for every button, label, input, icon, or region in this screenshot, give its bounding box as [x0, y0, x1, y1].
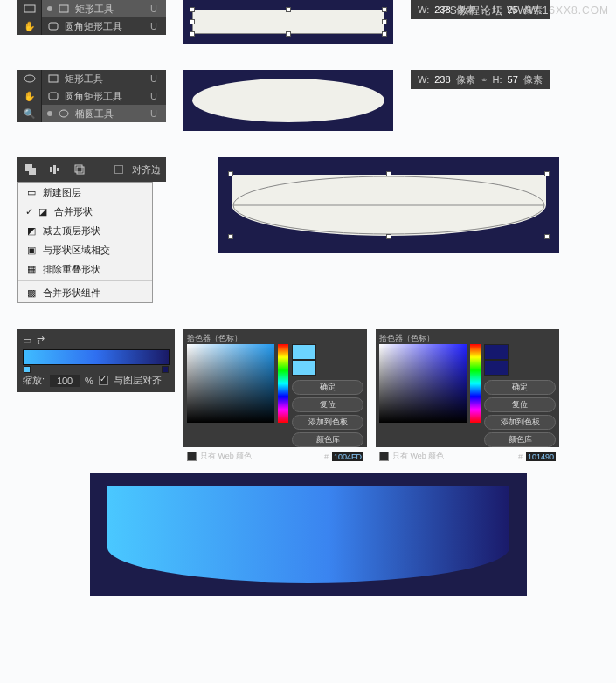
- tool-rectangle[interactable]: 矩形工具 U: [42, 0, 166, 17]
- pathops-menu: ▭ 新建图层 ◪ 合并形状 ◩ 减去顶层形状 ▣ 与形状区域相交 ▦ 排除重叠形…: [17, 182, 153, 303]
- svg-rect-13: [77, 167, 84, 174]
- color-picker-right: 拾色器（色标） 确定 复位 添加到色板 颜色库 只有 Web 颜色 #10149…: [376, 329, 559, 447]
- align-layer-checkbox[interactable]: [99, 376, 108, 385]
- swatch-old: [292, 360, 316, 376]
- web-only-label: 只有 Web 颜色: [392, 451, 444, 462]
- svg-rect-9: [50, 167, 52, 172]
- menu-label: 与形状区域相交: [43, 244, 110, 257]
- tool-shortcut: U: [150, 91, 161, 101]
- hex-value[interactable]: 101490: [526, 452, 556, 461]
- picker-field[interactable]: [379, 344, 467, 423]
- gradient-panel: ▭ ⇄ 缩放: 100 % 与图层对齐: [17, 329, 175, 392]
- gradient-stop-left[interactable]: [24, 366, 31, 373]
- web-only-checkbox[interactable]: [187, 452, 197, 461]
- scale-unit: %: [85, 376, 93, 386]
- tool-label: 圆角矩形工具: [65, 20, 122, 33]
- tool-shortcut: U: [150, 3, 161, 14]
- gradient-type-icon[interactable]: ▭: [23, 335, 31, 346]
- tool-shortcut: U: [150, 108, 161, 119]
- tool-rounded-rect[interactable]: 圆角矩形工具 U: [42, 87, 166, 105]
- rect-tool-icon[interactable]: [17, 0, 41, 17]
- size-readout-2: W: 238 像素 ⚭ H: 57 像素: [411, 70, 550, 89]
- arrange-icon[interactable]: [72, 162, 87, 177]
- hand-tool-icon[interactable]: ✋: [17, 17, 41, 35]
- hue-strip[interactable]: [278, 344, 288, 423]
- svg-rect-8: [29, 168, 36, 175]
- rectangle-icon: [47, 72, 59, 85]
- hue-strip[interactable]: [470, 344, 481, 423]
- ok-button[interactable]: 确定: [292, 380, 363, 395]
- add-swatch-button[interactable]: 添加到色板: [292, 415, 363, 430]
- tool-panel-rect: ✋ 矩形工具 U 圆角矩形工具 U: [17, 0, 166, 35]
- watermark: PS教程论坛 WWW.16XX8.COM: [442, 3, 609, 18]
- align-edges-checkbox[interactable]: [114, 165, 123, 174]
- tool-ellipse[interactable]: 椭圆工具 U: [42, 105, 166, 122]
- link-icon[interactable]: ⚭: [481, 75, 488, 85]
- tool-label: 矩形工具: [65, 72, 103, 86]
- align-icon[interactable]: [47, 162, 63, 177]
- gradient-stop-right[interactable]: [162, 366, 169, 373]
- menu-subtract[interactable]: ◩ 减去顶层形状: [18, 221, 152, 240]
- shape-rect[interactable]: [192, 10, 384, 34]
- zoom-tool-icon[interactable]: 🔍: [17, 105, 41, 122]
- reverse-icon[interactable]: ⇄: [37, 335, 45, 346]
- svg-rect-11: [57, 168, 59, 171]
- shape-ellipse[interactable]: [192, 79, 384, 122]
- svg-rect-2: [49, 23, 58, 30]
- color-lib-button[interactable]: 颜色库: [484, 432, 556, 447]
- svg-rect-12: [75, 165, 82, 172]
- selected-dot-icon: [47, 6, 52, 11]
- svg-rect-0: [24, 5, 35, 12]
- align-edges-label: 对齐边: [132, 163, 161, 176]
- swatch-new: [292, 344, 316, 360]
- menu-combine[interactable]: ◪ 合并形状: [18, 202, 152, 221]
- cancel-button[interactable]: 复位: [484, 397, 556, 412]
- rounded-rect-icon: [47, 90, 59, 102]
- picker-field[interactable]: [187, 344, 274, 423]
- menu-exclude[interactable]: ▦ 排除重叠形状: [18, 259, 152, 279]
- web-only-checkbox[interactable]: [379, 452, 389, 461]
- tool-panel-ellipse: ✋ 🔍 矩形工具 U 圆角矩形工具 U 椭圆工具 U: [17, 70, 166, 122]
- options-bar: 对齐边: [17, 157, 166, 182]
- h-label: H:: [493, 74, 502, 85]
- merge-icon: ▩: [25, 286, 38, 299]
- tool-label: 矩形工具: [75, 3, 114, 16]
- svg-point-6: [59, 110, 68, 117]
- add-swatch-button[interactable]: 添加到色板: [484, 415, 556, 430]
- canvas-result: [90, 473, 527, 596]
- svg-rect-10: [53, 165, 56, 174]
- hand-tool-icon[interactable]: ✋: [17, 87, 41, 105]
- cancel-button[interactable]: 复位: [292, 397, 363, 412]
- menu-label: 排除重叠形状: [43, 263, 100, 276]
- tool-rounded-rect[interactable]: 圆角矩形工具 U: [42, 17, 166, 35]
- canvas-ellipse: [183, 70, 393, 131]
- color-lib-button[interactable]: 颜色库: [292, 432, 363, 447]
- ellipse-tool-icon[interactable]: [17, 70, 41, 87]
- menu-intersect[interactable]: ▣ 与形状区域相交: [18, 240, 152, 259]
- picker-title: 拾色器（色标）: [379, 333, 556, 344]
- w-value[interactable]: 238: [434, 74, 450, 85]
- swatch-old: [484, 360, 509, 376]
- menu-label: 合并形状: [54, 205, 93, 218]
- ok-button[interactable]: 确定: [484, 380, 556, 395]
- scale-value[interactable]: 100: [50, 375, 80, 387]
- canvas-combined: [218, 157, 559, 253]
- row-pathops: 对齐边 ▭ 新建图层 ◪ 合并形状 ◩ 减去顶层形状 ▣ 与形状区域相交 ▦ 排…: [0, 157, 616, 303]
- exclude-icon: ▦: [25, 263, 38, 275]
- intersect-icon: ▣: [25, 244, 38, 256]
- h-unit: 像素: [523, 73, 543, 86]
- hex-value[interactable]: 1004FD: [332, 452, 363, 461]
- selected-dot-icon: [47, 111, 52, 116]
- picker-title: 拾色器（色标）: [187, 333, 363, 344]
- new-layer-icon: ▭: [25, 186, 38, 198]
- path-overlay: [232, 175, 546, 236]
- menu-new-layer[interactable]: ▭ 新建图层: [18, 183, 152, 202]
- tool-shortcut: U: [150, 73, 161, 84]
- svg-rect-5: [49, 93, 58, 100]
- shape-combined[interactable]: [232, 175, 546, 236]
- menu-merge-components[interactable]: ▩ 合并形状组件: [18, 283, 152, 302]
- h-value[interactable]: 57: [508, 74, 518, 85]
- tool-rectangle[interactable]: 矩形工具 U: [42, 70, 166, 87]
- gradient-bar[interactable]: [23, 349, 170, 365]
- pathop-combine-icon[interactable]: [23, 162, 38, 177]
